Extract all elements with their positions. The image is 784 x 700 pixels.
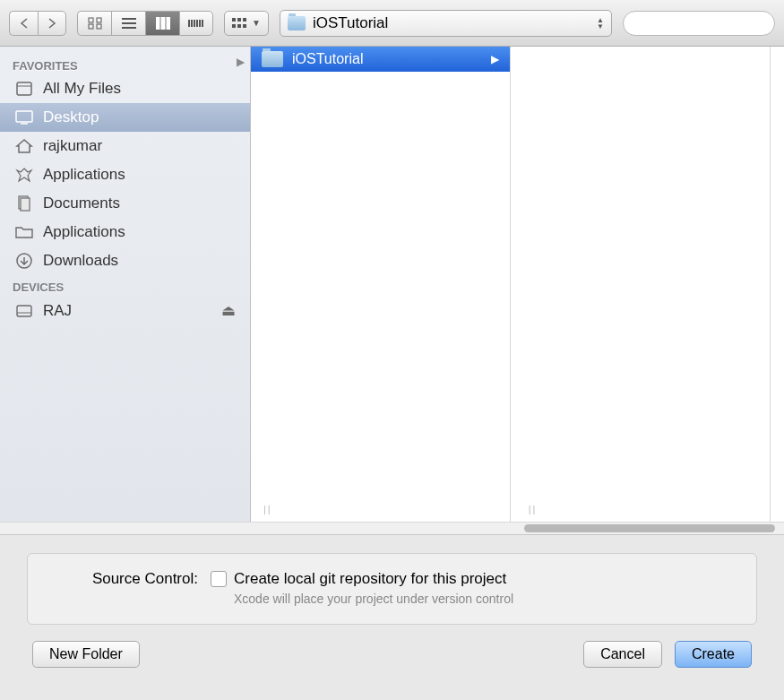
svg-rect-10	[188, 20, 190, 27]
svg-rect-11	[191, 20, 193, 27]
desktop-icon	[14, 108, 34, 126]
svg-rect-21	[243, 24, 246, 28]
sidebar-item-desktop[interactable]: Desktop	[0, 103, 250, 132]
cancel-button[interactable]: Cancel	[583, 641, 662, 668]
sidebar-item-label: RAJ	[43, 302, 72, 320]
documents-icon	[14, 194, 34, 212]
coverflow-view-button[interactable]	[179, 11, 213, 36]
column-browser: iOSTutorial ▶ ||||	[251, 47, 784, 522]
browser-column-empty	[511, 47, 771, 522]
scrollbar-thumb[interactable]	[524, 524, 775, 532]
sidebar-item-label: Downloads	[43, 252, 118, 270]
folder-icon	[288, 16, 306, 30]
svg-rect-29	[21, 198, 30, 211]
arrange-button[interactable]: ▼	[224, 11, 269, 36]
browser-column: iOSTutorial ▶	[251, 47, 511, 522]
sidebar-item-applications-folder[interactable]: Applications	[0, 218, 250, 246]
checkbox-label: Create local git repository for this pro…	[234, 570, 506, 588]
sidebar-item-device-raj[interactable]: RAJ ⏏	[0, 296, 250, 325]
sidebar-header-devices: DEVICES	[0, 275, 250, 296]
chevron-right-icon: ▶	[237, 56, 245, 68]
forward-button[interactable]	[38, 11, 66, 36]
create-button[interactable]: Create	[675, 641, 752, 668]
column-resize-handles[interactable]: ||||	[263, 504, 537, 514]
icon-view-button[interactable]	[77, 11, 111, 36]
svg-rect-18	[243, 18, 246, 22]
svg-rect-9	[167, 17, 170, 30]
view-mode-buttons	[77, 11, 213, 36]
apps-icon	[14, 166, 34, 184]
sidebar-header-favorites: FAVORITES	[0, 54, 250, 74]
sidebar-item-label: Documents	[43, 194, 120, 212]
home-icon	[14, 137, 34, 155]
toolbar: ▼ iOSTutorial ▲▼	[0, 0, 784, 47]
folder-icon	[14, 223, 34, 241]
svg-rect-7	[156, 17, 159, 30]
bottom-panel: Source Control: Create local git reposit…	[0, 534, 784, 682]
sidebar-item-label: Desktop	[43, 108, 99, 126]
svg-rect-15	[202, 20, 203, 27]
search-input[interactable]	[638, 16, 768, 30]
downloads-icon	[14, 252, 34, 270]
checkbox-subtext: Xcode will place your project under vers…	[234, 592, 513, 606]
svg-rect-20	[237, 24, 241, 28]
back-button[interactable]	[9, 11, 38, 36]
stepper-icon: ▲▼	[597, 17, 604, 30]
column-item-label: iOSTutorial	[292, 51, 363, 67]
chevron-right-icon: ▶	[491, 53, 499, 65]
disk-icon	[14, 302, 34, 320]
chevron-down-icon: ▼	[252, 18, 261, 28]
sidebar-item-label: Applications	[43, 166, 125, 184]
list-view-button[interactable]	[111, 11, 145, 36]
sidebar-item-applications[interactable]: Applications	[0, 160, 250, 189]
sidebar: ▶ FAVORITES All My Files Desktop rajkuma…	[0, 47, 251, 522]
svg-rect-16	[232, 18, 236, 22]
path-label: iOSTutorial	[313, 14, 388, 32]
all-files-icon	[14, 80, 34, 98]
svg-rect-24	[17, 82, 31, 95]
svg-rect-0	[89, 18, 93, 22]
svg-rect-1	[97, 18, 101, 22]
column-item-iostutorial[interactable]: iOSTutorial ▶	[251, 47, 510, 72]
nav-buttons	[9, 11, 66, 36]
source-control-row: Source Control: Create local git reposit…	[64, 570, 720, 606]
path-dropdown[interactable]: iOSTutorial ▲▼	[280, 10, 612, 37]
svg-rect-3	[97, 24, 101, 29]
eject-icon[interactable]: ⏏	[221, 301, 236, 320]
sidebar-item-downloads[interactable]: Downloads	[0, 246, 250, 275]
svg-rect-12	[194, 20, 195, 27]
svg-rect-19	[232, 24, 236, 28]
sidebar-item-label: All My Files	[43, 80, 121, 98]
svg-rect-8	[161, 17, 165, 30]
sidebar-item-home[interactable]: rajkumar	[0, 132, 250, 160]
folder-icon	[262, 51, 283, 67]
svg-rect-26	[16, 111, 32, 122]
search-field[interactable]	[623, 11, 775, 36]
sidebar-item-label: Applications	[43, 223, 125, 241]
sidebar-item-label: rajkumar	[43, 137, 102, 155]
svg-rect-2	[89, 24, 93, 29]
new-folder-button[interactable]: New Folder	[32, 641, 140, 668]
column-view-button[interactable]	[145, 11, 179, 36]
source-control-label: Source Control:	[64, 570, 198, 588]
main-area: ▶ FAVORITES All My Files Desktop rajkuma…	[0, 47, 784, 522]
sidebar-item-documents[interactable]: Documents	[0, 189, 250, 218]
horizontal-scrollbar[interactable]	[0, 522, 784, 534]
svg-rect-14	[199, 20, 201, 27]
sidebar-item-all-my-files[interactable]: All My Files	[0, 74, 250, 103]
footer: New Folder Cancel Create	[27, 641, 757, 668]
svg-rect-17	[237, 18, 241, 22]
options-box: Source Control: Create local git reposit…	[27, 553, 757, 625]
svg-rect-13	[196, 20, 198, 27]
git-repo-checkbox[interactable]	[211, 571, 227, 587]
svg-rect-31	[17, 306, 31, 316]
